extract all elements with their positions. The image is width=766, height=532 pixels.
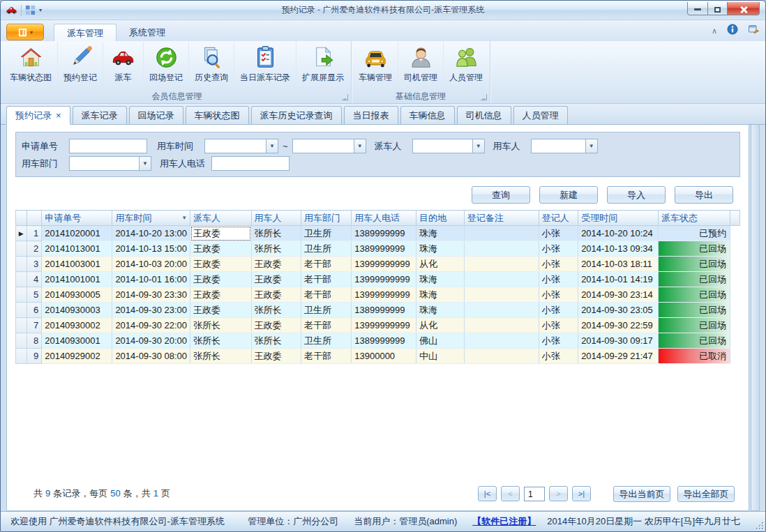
cell-phone[interactable]: 1389999999 [352,241,416,257]
cell-dept[interactable]: 卫生所 [301,333,351,349]
cell-phone[interactable]: 13999999999 [352,272,416,287]
close-button[interactable] [728,2,760,15]
cell-dept[interactable]: 老干部 [301,257,351,272]
cell-remark[interactable] [464,272,539,287]
cell-accept_time[interactable]: 2014-09-29 21:47 [578,349,659,364]
cell-destination[interactable]: 佛山 [416,333,464,349]
next-page-button[interactable]: > [549,486,568,501]
table-row[interactable]: 8201409300012014-09-30 20:00张所长张所长卫生所138… [16,333,740,349]
cell-user[interactable]: 张所长 [251,226,301,241]
cell-dispatcher[interactable]: 张所长 [190,349,251,364]
cell-use_time[interactable]: 2014-09-30 23:00 [112,303,190,318]
cell-order_no[interactable]: 20140930002 [42,318,112,333]
dialog-launcher-icon[interactable] [342,94,348,100]
cell-user[interactable]: 王政委 [251,272,301,287]
cell-accept_time[interactable]: 2014-09-30 23:05 [578,303,659,318]
dialog-launcher-icon[interactable] [481,94,487,100]
cell-registrar[interactable]: 小张 [539,349,578,364]
cell-remark[interactable] [464,349,539,364]
cell-status[interactable]: 已预约 [658,226,730,241]
use-time-from-combo[interactable]: ▼ [204,139,278,153]
column-header-order_no[interactable]: 申请单号 [42,211,112,226]
doc-tab[interactable]: 预约记录× [6,106,70,125]
doc-tab[interactable]: 派车记录 [73,106,127,124]
cell-user[interactable]: 王政委 [251,287,301,303]
cell-accept_time[interactable]: 2014-10-20 10:24 [578,226,659,241]
cell-order_no[interactable]: 20140930005 [42,287,112,303]
cell-user[interactable]: 王政委 [251,318,301,333]
cell-phone[interactable]: 13900000 [352,349,416,364]
column-header-destination[interactable]: 目的地 [416,211,464,226]
cell-order_no[interactable]: 20140930003 [42,303,112,318]
table-row[interactable]: 2201410130012014-10-13 15:00王政委张所长卫生所138… [16,241,740,257]
cell-dept[interactable]: 老干部 [301,287,351,303]
chevron-down-icon[interactable]: ▼ [139,157,151,170]
cell-remark[interactable] [464,287,539,303]
table-row[interactable]: 5201409300052014-09-30 23:30王政委王政委老干部139… [16,287,740,303]
cell-status[interactable]: 已回场 [658,257,730,272]
column-header-accept_time[interactable]: 受理时间 [578,211,659,226]
cell-dispatcher[interactable]: 王政委 [190,272,251,287]
cell-dispatcher[interactable]: 张所长 [190,333,251,349]
doc-tab[interactable]: 当日报表 [344,106,398,124]
cell-use_time[interactable]: 2014-10-03 20:00 [112,257,190,272]
cell-phone[interactable]: 13999999999 [352,318,416,333]
cell-user[interactable]: 王政委 [251,349,301,364]
cell-registrar[interactable]: 小张 [539,257,578,272]
cell-user[interactable]: 张所长 [251,303,301,318]
cell-dispatcher[interactable]: 王政委 [190,257,251,272]
cell-use_time[interactable]: 2014-10-01 16:00 [112,272,190,287]
cell-order_no[interactable]: 20140930001 [42,333,112,349]
doc-tab[interactable]: 派车历史记录查询 [251,106,342,124]
cell-accept_time[interactable]: 2014-10-01 14:19 [578,272,659,287]
ribbon-button-pencil[interactable]: 预约登记 [58,42,103,91]
sort-descending-icon[interactable]: ▼ [181,215,187,221]
cell-status[interactable]: 已取消 [658,349,730,364]
first-page-button[interactable]: |< [478,486,497,501]
cell-use_time[interactable]: 2014-09-30 22:00 [112,318,190,333]
cell-remark[interactable] [464,318,539,333]
ribbon-button-clipboard-check[interactable]: 当日派车记录 [234,42,296,91]
cell-order_no[interactable]: 20141001001 [42,272,112,287]
cell-destination[interactable]: 中山 [416,349,464,364]
order-no-input[interactable] [69,139,147,153]
doc-tab[interactable]: 车辆信息 [400,106,455,124]
cell-destination[interactable]: 从化 [416,318,464,333]
dept-combo[interactable]: ▼ [69,156,151,171]
doc-tab[interactable]: 回场记录 [129,106,183,124]
cell-phone[interactable]: 1389999999 [352,226,416,241]
cell-registrar[interactable]: 小张 [539,272,578,287]
cell-registrar[interactable]: 小张 [539,226,578,241]
cell-dispatcher[interactable]: 王政委 [190,241,251,257]
page-number-input[interactable] [524,487,545,501]
ribbon-button-house[interactable]: 车辆状态图 [4,42,58,91]
cell-status[interactable]: 已回场 [658,272,730,287]
doc-tab[interactable]: 司机信息 [457,106,511,124]
column-header-dept[interactable]: 用车部门 [301,211,351,226]
cell-dept[interactable]: 卫生所 [301,226,351,241]
ribbon-button-yellow-car[interactable]: 车辆管理 [353,42,398,91]
minimize-button[interactable] [687,2,708,15]
ribbon-button-people[interactable]: 人员管理 [444,42,488,91]
column-header-registrar[interactable]: 登记人 [539,211,578,226]
cell-registrar[interactable]: 小张 [539,241,578,257]
cell-status[interactable]: 已回场 [658,318,730,333]
style-icon[interactable] [748,24,760,38]
cell-dept[interactable]: 老干部 [301,272,351,287]
table-row[interactable]: 6201409300032014-09-30 23:00王政委张所长卫生所138… [16,303,740,318]
cell-use_time[interactable]: 2014-10-20 13:00 [112,226,190,241]
cell-destination[interactable]: 珠海 [416,226,464,241]
chevron-down-icon[interactable]: ▼ [472,139,484,153]
cell-remark[interactable] [464,303,539,318]
cell-dispatcher[interactable]: 王政委 [190,303,251,318]
cell-user[interactable]: 张所长 [251,241,301,257]
close-tab-icon[interactable]: × [56,110,61,121]
cell-remark[interactable] [464,257,539,272]
cell-accept_time[interactable]: 2014-09-30 23:14 [578,287,659,303]
cell-phone[interactable]: 1389999999 [352,333,416,349]
cell-use_time[interactable]: 2014-09-30 23:30 [112,287,190,303]
title-bar[interactable]: ▾ 预约记录 - 广州爱奇迪软件科技有限公司-派车管理系统 [1,1,765,20]
import-button[interactable]: 导入 [607,186,666,204]
cell-status[interactable]: 已回场 [658,303,730,318]
column-header-phone[interactable]: 用车人电话 [352,211,416,226]
